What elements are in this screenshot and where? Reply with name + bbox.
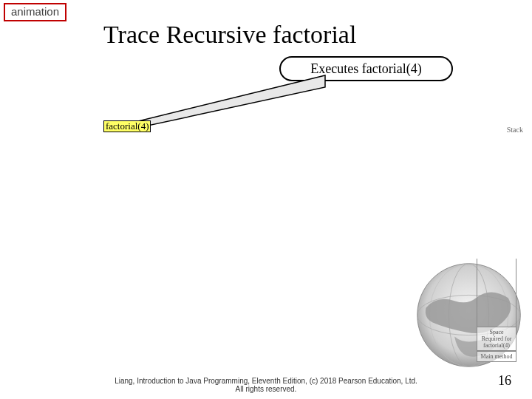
svg-marker-0 [138,75,325,127]
footer-line1: Liang, Introduction to Java Programming,… [115,377,417,385]
stack-cell: Main method [477,351,516,362]
stack-heading: Stack [507,126,523,134]
animation-badge: animation [4,3,66,21]
page-number: 16 [498,373,511,389]
stack-column: Space Required for factorial(4) Main met… [477,259,516,362]
footer-credit: Liang, Introduction to Java Programming,… [0,377,532,393]
footer-line2: All rights reserved. [0,385,532,393]
code-highlight: factorial(4) [103,120,151,132]
execution-callout: Executes factorial(4) [279,56,453,81]
stack-diagram: Stack Space Required for factorial(4) Ma… [473,259,520,362]
stack-cell: Space Required for factorial(4) [477,327,516,351]
callout-pointer-icon [137,74,329,133]
slide-title: Trace Recursive factorial [103,21,356,49]
